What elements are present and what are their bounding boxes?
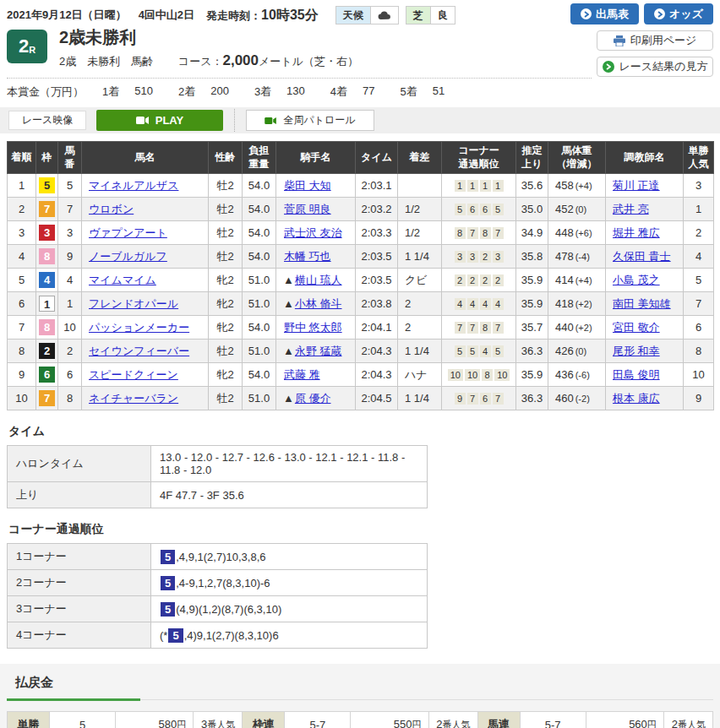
time-section-title: タイム	[8, 424, 720, 439]
finish-position: 4	[8, 245, 36, 269]
bet-type-bracket: 枠連	[243, 712, 285, 728]
corner-cells: 9767	[455, 393, 504, 405]
body-weight-diff: (-4)	[575, 252, 590, 262]
prize-line: 本賞金（万円） 1着510 2着200 3着130 4着77 5着51	[7, 78, 592, 100]
horse-link[interactable]: セイウンフィーバー	[89, 345, 189, 357]
patrol-video-button[interactable]: 全周パトロール	[246, 110, 374, 131]
body-weight-diff: (-6)	[575, 370, 590, 380]
horse-number: 10	[58, 316, 82, 340]
body-weight: 458(+4)	[548, 174, 606, 198]
horse-number: 9	[58, 245, 82, 269]
body-weight-diff: (+4)	[575, 275, 592, 285]
jockey-link[interactable]: 横山 琉人	[295, 274, 342, 286]
table-row: 3 3 3 ヴァプンアート 牡2 54.0 武士沢 友治 2:03.3 1/2 …	[8, 221, 714, 245]
corner-cells: 3323	[455, 251, 504, 263]
trainer-link[interactable]: 久保田 貴士	[613, 250, 671, 263]
sex-age: 牝2	[209, 316, 243, 340]
print-page-button[interactable]: 印刷用ページ	[597, 30, 713, 51]
corner-pos: 8	[480, 322, 491, 334]
body-weight-diff: (0)	[575, 346, 586, 356]
table-row: 9 6 6 スピードクィーン 牝2 54.0 武藤 雅 2:04.3 ハナ 10…	[8, 363, 714, 387]
col-fav: 単勝 人気	[684, 142, 714, 174]
sex-age: 牝2	[209, 269, 243, 292]
horse-link[interactable]: マイネルアルザス	[89, 179, 178, 192]
finish-position: 1	[8, 174, 36, 198]
prize-item: 5着51	[401, 84, 445, 100]
sex-age: 牡2	[209, 221, 243, 245]
corner-pos: 4	[480, 345, 491, 357]
corner2-order: 5,4-9,1,2,7(8,3,10)-6	[151, 570, 428, 596]
cloud-icon	[378, 11, 391, 20]
jockey-link[interactable]: 野中 悠太郎	[284, 321, 342, 334]
corner-cells: 5665	[455, 204, 504, 215]
corner-pos: 10	[465, 369, 480, 381]
corner-pos: 7	[467, 393, 478, 405]
finish-position: 9	[8, 363, 36, 387]
waku-badge: 3	[39, 225, 55, 241]
last-time-value: 4F 47.7 - 3F 35.6	[151, 482, 428, 508]
trainer-link[interactable]: 宮田 敬介	[613, 321, 660, 334]
corner-pos: 4	[455, 298, 466, 310]
last-3f: 36.3	[516, 387, 548, 410]
jockey-link[interactable]: 永野 猛蔵	[295, 345, 342, 357]
carried-weight: 51.0	[243, 387, 276, 410]
corner-section-title: コーナー通過順位	[8, 522, 720, 537]
margin: 1 1/4	[398, 340, 442, 363]
trainer-link[interactable]: 根本 康広	[613, 392, 660, 405]
camera-icon	[265, 117, 277, 125]
payout-title: 払戻金	[7, 675, 713, 700]
corner-cells: 5545	[455, 345, 504, 357]
carried-weight: 51.0	[243, 269, 276, 292]
trainer-link[interactable]: 堀井 雅広	[613, 226, 660, 239]
last-time-label: 上り	[8, 482, 151, 508]
jockey-link[interactable]: 木幡 巧也	[284, 250, 331, 263]
finish-time: 2:04.1	[356, 316, 398, 340]
horse-link[interactable]: ウロボン	[89, 203, 134, 215]
jockey-link[interactable]: 小林 脩斗	[295, 297, 342, 310]
jockey-link[interactable]: 柴田 大知	[284, 179, 331, 192]
trainer-link[interactable]: 武井 亮	[613, 203, 649, 215]
trainer-link[interactable]: 菊川 正達	[613, 179, 660, 192]
trainer-link[interactable]: 南田 美知雄	[613, 297, 671, 310]
combo: 5	[50, 712, 116, 728]
horse-link[interactable]: ヴァプンアート	[89, 226, 167, 239]
bet-type-quinella: 馬連	[477, 712, 520, 728]
margin	[398, 174, 442, 198]
corner-pos: 2	[467, 274, 478, 286]
amount: 550円	[351, 712, 428, 728]
race-date: 2021年9月12日（日曜）	[7, 8, 127, 23]
col-sex-age: 性齢	[209, 142, 243, 174]
col-trainer: 調教師名	[606, 142, 684, 174]
trainer-link[interactable]: 小島 茂之	[613, 274, 660, 286]
camera-icon	[136, 116, 150, 125]
horse-link[interactable]: スピードクィーン	[89, 368, 178, 381]
corner-pos: 2	[455, 274, 466, 286]
corner-pos: 7	[455, 322, 466, 334]
body-weight-diff: (+2)	[575, 323, 592, 333]
meeting-info: 4回中山2日	[139, 8, 194, 23]
horse-link[interactable]: フレンドオパール	[89, 297, 178, 310]
body-weight: 460(-2)	[548, 387, 606, 410]
horse-link[interactable]: ネイチャーバラン	[89, 392, 178, 405]
corner-pos: 1	[493, 180, 504, 192]
apprentice-mark: ▲	[283, 392, 294, 405]
video-bar: レース映像 PLAY 全周パトロール	[0, 107, 720, 133]
race-video-button[interactable]: レース映像	[8, 111, 86, 130]
jockey-link[interactable]: 原 優介	[295, 392, 331, 405]
play-button[interactable]: PLAY	[96, 110, 223, 131]
body-weight: 452(0)	[548, 198, 606, 221]
results-guide-button[interactable]: レース結果の見方	[597, 57, 713, 77]
horse-link[interactable]: マイムマイム	[89, 274, 156, 286]
horse-link[interactable]: ノーブルガルフ	[89, 250, 167, 263]
corner4-label: 4コーナー	[8, 622, 151, 649]
corner-pos: 1	[480, 180, 491, 192]
body-weight: 436(-6)	[548, 363, 606, 387]
jockey-link[interactable]: 武藤 雅	[284, 368, 320, 381]
odds-button[interactable]: オッズ	[644, 3, 713, 24]
entry-table-button[interactable]: 出馬表	[570, 3, 639, 24]
horse-link[interactable]: パッションメーカー	[89, 321, 189, 334]
trainer-link[interactable]: 田島 俊明	[613, 368, 660, 381]
trainer-link[interactable]: 尾形 和幸	[613, 345, 660, 357]
jockey-link[interactable]: 菅原 明良	[284, 203, 331, 215]
jockey-link[interactable]: 武士沢 友治	[284, 226, 342, 239]
